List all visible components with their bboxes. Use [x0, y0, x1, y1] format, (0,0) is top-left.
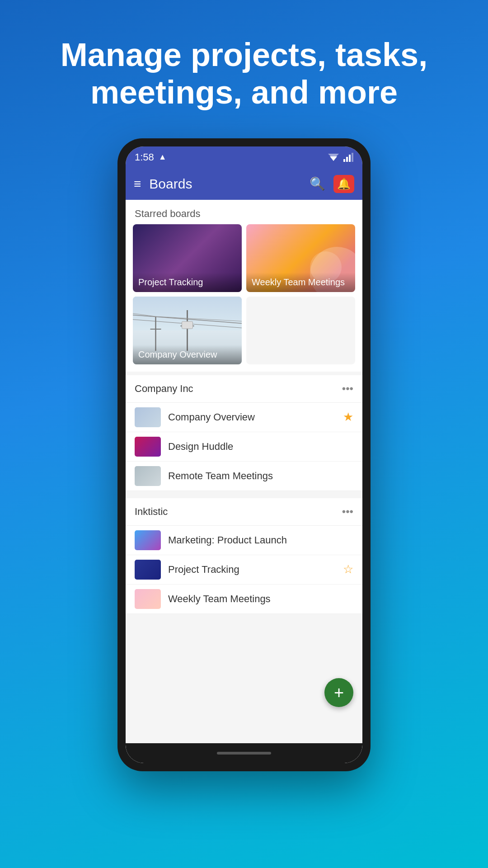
wifi-icon: [327, 153, 340, 162]
board-item-weekly-team-ink[interactable]: Weekly Team Meetings: [126, 585, 362, 614]
board-item-project-tracking-ink[interactable]: Project Tracking ☆: [126, 555, 362, 585]
notification-button[interactable]: 🔔: [333, 175, 354, 193]
toolbar-title: Boards: [149, 176, 301, 192]
board-thumb-project-tracking-ink: [135, 560, 161, 580]
phone-device: 1:58 ▲ ≡ Boards 🔍 �: [117, 138, 371, 771]
signal-icon: [343, 153, 353, 162]
svg-rect-4: [349, 155, 351, 162]
board-thumb-marketing: [135, 530, 161, 550]
svg-rect-10: [182, 321, 193, 329]
status-bar: 1:58 ▲: [126, 146, 362, 168]
svg-rect-5: [352, 153, 353, 162]
board-thumb-design-huddle: [135, 437, 161, 457]
home-indicator: [217, 752, 271, 755]
search-icon[interactable]: 🔍: [310, 176, 325, 191]
more-options-icon-company-inc[interactable]: •••: [342, 382, 353, 395]
board-name-company-overview: Company Overview: [168, 411, 343, 423]
starred-card-weekly-team[interactable]: Weekly Team Meetings: [246, 224, 355, 292]
workspace-header-inktistic: Inktistic •••: [126, 498, 362, 526]
board-thumb-weekly-team-ink: [135, 589, 161, 609]
board-item-company-overview[interactable]: Company Overview ★: [126, 403, 362, 432]
svg-marker-1: [328, 154, 339, 159]
hamburger-icon[interactable]: ≡: [134, 177, 141, 191]
star-icon-company-overview[interactable]: ★: [343, 410, 353, 424]
bottom-bar: [126, 743, 362, 763]
section-divider: [126, 491, 362, 495]
workspace-inktistic: Inktistic ••• Marketing: Product Launch …: [126, 498, 362, 614]
board-thumb-remote-team: [135, 466, 161, 486]
page-headline: Manage projects, tasks, meetings, and mo…: [0, 36, 488, 111]
svg-rect-3: [346, 157, 348, 162]
board-name-design-huddle: Design Huddle: [168, 441, 353, 453]
fab-add-button[interactable]: +: [324, 678, 353, 707]
more-options-icon-inktistic[interactable]: •••: [342, 505, 353, 518]
app-toolbar: ≡ Boards 🔍 🔔: [126, 168, 362, 200]
starred-card-label-company-overview: Company Overview: [133, 345, 242, 364]
workspace-company-inc: Company Inc ••• Company Overview ★ Desig…: [126, 375, 362, 491]
workspace-header-company-inc: Company Inc •••: [126, 375, 362, 403]
bell-icon: 🔔: [337, 178, 351, 190]
board-item-marketing[interactable]: Marketing: Product Launch: [126, 526, 362, 555]
workspace-name-company-inc: Company Inc: [135, 383, 193, 395]
svg-rect-2: [343, 159, 345, 162]
board-item-remote-team[interactable]: Remote Team Meetings: [126, 462, 362, 491]
scroll-content[interactable]: Starred boards Project Tracking Weekly T…: [126, 200, 362, 743]
starred-boards-grid: Project Tracking Weekly Team Meetings: [126, 224, 362, 372]
starred-card-project-tracking[interactable]: Project Tracking: [133, 224, 242, 292]
starred-card-label-project-tracking: Project Tracking: [133, 273, 242, 292]
board-thumb-company-overview: [135, 407, 161, 427]
workspace-name-inktistic: Inktistic: [135, 506, 168, 518]
board-name-weekly-team-ink: Weekly Team Meetings: [168, 593, 353, 605]
board-name-project-tracking-ink: Project Tracking: [168, 564, 343, 576]
status-right: [327, 153, 353, 162]
board-name-remote-team: Remote Team Meetings: [168, 470, 353, 482]
star-icon-project-tracking-ink[interactable]: ☆: [343, 562, 353, 576]
starred-card-company-overview[interactable]: Company Overview: [133, 297, 242, 364]
board-item-design-huddle[interactable]: Design Huddle: [126, 432, 362, 462]
empty-grid-cell: [246, 297, 355, 364]
status-time: 1:58: [135, 151, 154, 163]
starred-boards-header: Starred boards: [126, 200, 362, 224]
fab-plus-icon: +: [334, 684, 344, 701]
starred-card-label-weekly-team: Weekly Team Meetings: [246, 273, 355, 292]
status-icon-notification: ▲: [159, 152, 167, 162]
status-left: 1:58 ▲: [135, 151, 167, 163]
board-name-marketing: Marketing: Product Launch: [168, 534, 353, 546]
phone-screen: 1:58 ▲ ≡ Boards 🔍 �: [126, 146, 362, 763]
